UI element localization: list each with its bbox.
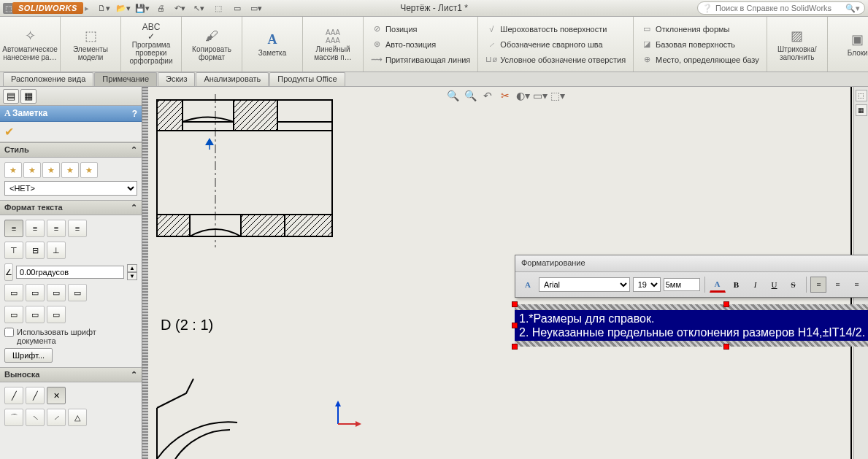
select-button[interactable]: ↖▾ [191, 1, 207, 15]
resize-handle-w[interactable] [512, 323, 518, 328]
fmt-opt-5[interactable]: ▭ [4, 306, 23, 323]
align-top-button[interactable]: ⊤ [4, 242, 23, 259]
align-right-button[interactable]: ≡ [47, 220, 66, 237]
fmt-opt-3[interactable]: ▭ [47, 284, 66, 301]
options-button[interactable]: ▭ [229, 1, 245, 15]
magnetic-line-button[interactable]: ⟿Притягивающая линия [368, 53, 473, 67]
angle-input[interactable] [16, 266, 124, 279]
auto-dimension-button[interactable]: ✧ Автоматическое нанесение ра… [4, 26, 55, 63]
formatting-window-titlebar[interactable]: Форматирование × [515, 255, 868, 272]
undo-button[interactable]: ↶▾ [172, 1, 188, 15]
tab-annotation[interactable]: Примечание [94, 72, 157, 86]
area-hatch-button[interactable]: ▨ Штриховка/заполнить [772, 26, 823, 63]
drawing-canvas[interactable]: 🔍 🔍 ↶ ✂ ◐▾ ▭▾ ⬚▾ [142, 87, 868, 459]
leader-style-2[interactable]: ╱ [26, 387, 45, 404]
style-load-button[interactable]: ★ [80, 162, 98, 178]
justify-center-button[interactable]: ≡ [829, 277, 845, 293]
leader-section-header[interactable]: Выноска ⌃ [0, 367, 142, 382]
font-mm-input[interactable] [664, 278, 700, 291]
surface-finish-button[interactable]: √Шероховатость поверхности [483, 22, 629, 36]
open-file-button[interactable]: 📂▾ [115, 1, 131, 15]
fmt-opt-7[interactable]: ▭ [47, 306, 66, 323]
justify-right-button[interactable]: ≡ [848, 277, 864, 293]
blocks-button[interactable]: ▣ Блоки [832, 30, 868, 58]
style-delete-favorite-button[interactable]: ★ [42, 162, 60, 178]
balloon-button[interactable]: ⊘Позиция [368, 22, 473, 36]
search-icon[interactable]: 🔍▾ [845, 4, 860, 13]
italic-button[interactable]: I [748, 277, 764, 293]
resize-handle-sw[interactable] [512, 344, 518, 350]
style-save-button[interactable]: ★ [61, 162, 79, 178]
style-dropdown[interactable]: <НЕТ> [4, 181, 137, 196]
print-button[interactable]: 🖨 [153, 1, 169, 15]
resize-handle-s[interactable] [723, 344, 729, 350]
fmt-opt-1[interactable]: ▭ [4, 284, 23, 301]
leader-style-1[interactable]: ╱ [4, 387, 23, 404]
font-size-select[interactable]: 19 [633, 277, 661, 292]
note-text-content[interactable]: 1.*Размеры для справок. 2. Неуказанные п… [515, 310, 868, 341]
align-left-button[interactable]: ≡ [4, 220, 23, 237]
tab-office-products[interactable]: Продукты Office [269, 72, 345, 86]
property-manager-tab-button[interactable]: ▦ [20, 89, 37, 104]
tab-sketch[interactable]: Эскиз [158, 72, 195, 86]
text-format-section-header[interactable]: Формат текста ⌃ [0, 200, 142, 215]
angle-spin-up[interactable]: ▲ [127, 264, 137, 272]
spell-check-button[interactable]: ABC✓ Программа проверки орфографии [126, 22, 177, 66]
hole-callout-button[interactable]: ⊔øУсловное обозначение отверстия [483, 53, 629, 67]
datum-feature-button[interactable]: ◪Базовая поверхность [638, 37, 762, 52]
linear-pattern-button[interactable]: AAAAAA Линейный массив п… [307, 26, 358, 63]
angle-spin-down[interactable]: ▼ [127, 272, 137, 280]
fmt-opt-4[interactable]: ▭ [68, 284, 87, 301]
align-justify-button[interactable]: ≡ [68, 220, 87, 237]
font-dialog-button[interactable]: Шрифт... [4, 348, 53, 363]
formatting-toolbar-window[interactable]: Форматирование × A Arial 19 A B I U S ≡ … [515, 255, 868, 298]
datum-target-button[interactable]: ⊕Место, определяющее базу [638, 53, 762, 67]
help-search-box[interactable]: ❔ 🔍▾ [697, 1, 865, 15]
hide-show-button[interactable]: ▭▾ [533, 88, 548, 103]
auto-balloon-button[interactable]: ⊛Авто-позиция [368, 37, 473, 52]
ok-button[interactable]: ✔ [4, 126, 14, 138]
font-style-icon[interactable]: A [520, 277, 536, 293]
zoom-area-button[interactable]: 🔍 [463, 88, 477, 103]
font-family-select[interactable]: Arial [539, 277, 630, 292]
model-elements-button[interactable]: ⬚ Элементы модели [65, 26, 116, 63]
leader-arrow-1[interactable]: ⌒ [4, 409, 23, 426]
task-pane-tab-2[interactable]: ▦ [856, 104, 867, 116]
fmt-opt-2[interactable]: ▭ [26, 284, 45, 301]
note-edit-box[interactable]: 1.*Размеры для справок. 2. Неуказанные п… [515, 304, 868, 347]
tab-view-layout[interactable]: Расположение вида [3, 72, 93, 86]
new-file-button[interactable]: 🗋▾ [96, 1, 112, 15]
tab-evaluate[interactable]: Анализировать [196, 72, 269, 86]
underline-button[interactable]: U [767, 277, 783, 293]
section-view-button[interactable]: ✂ [498, 88, 512, 103]
style-section-header[interactable]: Стиль ⌃ [0, 142, 142, 158]
style-add-favorite-button[interactable]: ★ [23, 162, 41, 178]
zoom-fit-button[interactable]: 🔍 [445, 88, 460, 103]
prev-view-button[interactable]: ↶ [480, 88, 495, 103]
display-style-button[interactable]: ◐▾ [515, 88, 530, 103]
use-doc-font-checkbox[interactable] [4, 328, 14, 337]
color-button[interactable]: A [710, 277, 726, 293]
save-button[interactable]: 💾▾ [134, 1, 150, 15]
format-painter-button[interactable]: 🖌 Копировать формат [186, 26, 237, 63]
align-bottom-button[interactable]: ⊥ [47, 242, 66, 259]
rebuild-button[interactable]: ⬚ [210, 1, 226, 15]
leader-arrow-2[interactable]: ⟍ [26, 409, 45, 426]
geometric-tolerance-button[interactable]: ▭Отклонения формы [638, 22, 762, 36]
fmt-opt-6[interactable]: ▭ [26, 306, 45, 323]
screen-capture-button[interactable]: ▭▾ [248, 1, 264, 15]
style-apply-default-button[interactable]: ★ [4, 162, 22, 178]
resize-handle-nw[interactable] [512, 301, 518, 307]
bold-button[interactable]: B [729, 277, 745, 293]
logo-expand-icon[interactable]: ▸ [85, 4, 89, 13]
task-pane-tab-1[interactable]: ⬚ [856, 90, 867, 101]
perspective-button[interactable]: ⬚▾ [550, 88, 565, 103]
resize-handle-n[interactable] [723, 301, 729, 307]
help-search-input[interactable] [715, 4, 845, 12]
leader-style-3[interactable]: ✕ [47, 387, 66, 404]
weld-symbol-button[interactable]: ⟋Обозначение сварного шва [483, 37, 629, 52]
strikethrough-button[interactable]: S [786, 277, 802, 293]
align-middle-button[interactable]: ⊟ [26, 242, 45, 259]
feature-manager-tab-button[interactable]: ▤ [3, 89, 19, 104]
leader-arrow-4[interactable]: △ [68, 409, 87, 426]
